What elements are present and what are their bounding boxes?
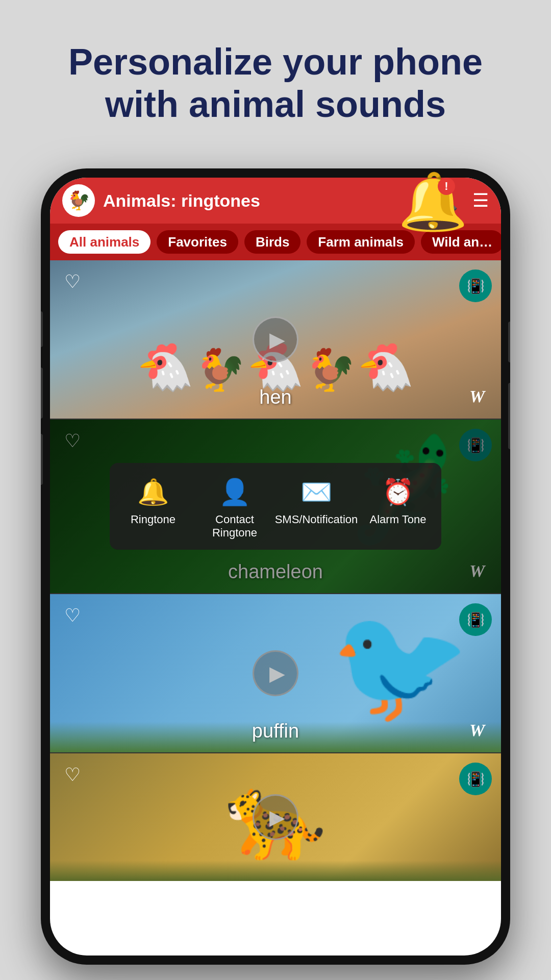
volume-button-left1 [41, 311, 43, 347]
leopard-play-button[interactable]: ▶ [253, 794, 298, 840]
heart-icon-leopard: ♡ [64, 764, 81, 786]
play-icon: ▶ [269, 328, 285, 351]
hero-line2: with animal sounds [105, 84, 446, 125]
set-as-contact-ringtone[interactable]: 👤 Contact Ringtone [202, 477, 268, 540]
logo-icon: 🐓 [67, 190, 90, 211]
phone-screen: 🐓 Animals: ringtones 🔍 ☰ All animals Fav… [50, 178, 501, 955]
vibrate-icon: 📳 [467, 278, 485, 295]
volume-button-left3 [41, 434, 43, 485]
hen-card: 🐔 🐓 🐔 🐓 🐔 ▶ ♡ 📳 hen [50, 260, 501, 419]
hero-line1: Personalize your phone [68, 41, 483, 82]
hen-emoji-5: 🐔 [357, 340, 414, 394]
vibrate-icon-puffin: 📳 [467, 611, 485, 628]
sms-icon: ✉️ [300, 477, 332, 507]
puffin-image: 🐦 [330, 599, 470, 731]
menu-icon[interactable]: ☰ [472, 190, 489, 211]
leopard-favorite-button[interactable]: ♡ [60, 763, 85, 787]
hen-label: hen [259, 386, 291, 408]
hen-wiki-button[interactable]: W [463, 383, 491, 410]
volume-button-right [508, 383, 510, 449]
puffin-wiki-button[interactable]: W [463, 717, 491, 744]
alarm-icon: ⏰ [382, 477, 414, 507]
tab-all-animals[interactable]: All animals [58, 230, 151, 254]
puffin-card: 🐦 ▶ ♡ 📳 puffin W [50, 594, 501, 752]
puffin-play-button[interactable]: ▶ [253, 650, 298, 696]
wikipedia-icon-puffin: W [469, 721, 485, 740]
hero-text: Personalize your phone with animal sound… [0, 41, 551, 126]
hen-vibrate-button[interactable]: 📳 [459, 270, 492, 302]
puffin-label: puffin [252, 720, 299, 742]
heart-icon: ♡ [64, 271, 81, 292]
phone-frame: 🔔 ! 🐓 Animals: ringtones 🔍 ☰ All animals [41, 168, 510, 965]
hen-emoji-1: 🐔 [137, 340, 194, 394]
set-as-ringtone[interactable]: 🔔 Ringtone [120, 477, 186, 526]
hen-emoji-2: 🐓 [195, 346, 246, 394]
tab-favorites[interactable]: Favorites [157, 230, 238, 254]
puffin-vibrate-button[interactable]: 📳 [459, 603, 492, 636]
hen-emoji-4: 🐓 [305, 346, 356, 394]
tab-birds[interactable]: Birds [244, 230, 300, 254]
notification-bell[interactable]: 🔔 ! [398, 174, 459, 235]
set-as-sms[interactable]: ✉️ SMS/Notification [283, 477, 349, 526]
volume-button-left2 [41, 368, 43, 419]
bell-icon: 🔔 [398, 170, 468, 233]
hen-favorite-button[interactable]: ♡ [60, 270, 85, 294]
play-icon-leopard: ▶ [269, 805, 285, 829]
puffin-favorite-button[interactable]: ♡ [60, 603, 85, 628]
contact-icon: 👤 [219, 477, 251, 507]
bell-badge: ! [438, 178, 455, 195]
play-icon-puffin: ▶ [269, 662, 285, 685]
power-button [508, 322, 510, 362]
hen-play-button[interactable]: ▶ [253, 316, 298, 362]
heart-icon-puffin: ♡ [64, 605, 81, 626]
chameleon-card: 🦎 ♡ 📳 chameleon W 🔔 Rington [50, 420, 501, 593]
leopard-card: 🐆 ▶ ♡ 📳 [50, 753, 501, 881]
wikipedia-icon: W [469, 387, 485, 406]
set-as-menu: 🔔 Ringtone 👤 Contact Ringtone ✉️ SMS/Not… [110, 463, 441, 550]
ringtone-icon: 🔔 [137, 477, 169, 507]
leopard-vibrate-button[interactable]: 📳 [459, 763, 492, 795]
leopard-grass [50, 861, 501, 881]
app-title: Animals: ringtones [103, 191, 427, 211]
set-as-overlay: 🔔 Ringtone 👤 Contact Ringtone ✉️ SMS/Not… [50, 420, 501, 593]
app-logo: 🐓 [62, 184, 95, 217]
set-as-alarm[interactable]: ⏰ Alarm Tone [365, 477, 431, 526]
vibrate-icon-leopard: 📳 [467, 771, 485, 788]
